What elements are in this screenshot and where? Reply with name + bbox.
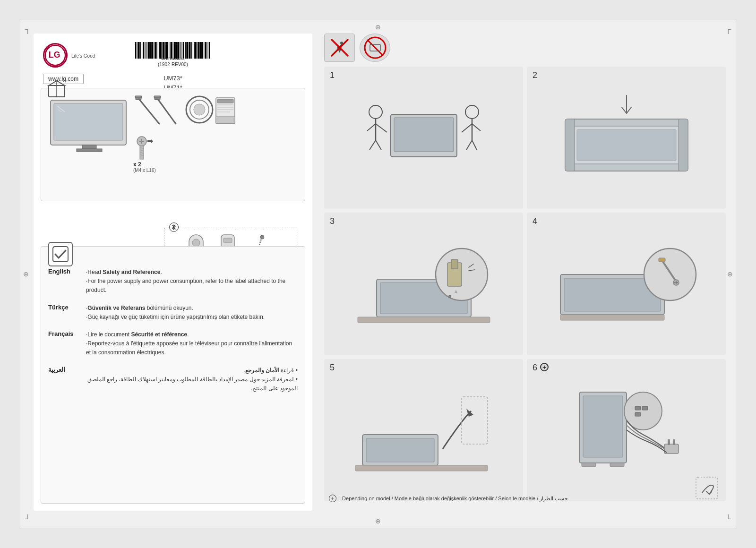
svg-rect-33 xyxy=(176,42,178,59)
step-5-content xyxy=(324,359,523,501)
svg-rect-65 xyxy=(82,145,96,149)
svg-rect-29 xyxy=(171,42,172,59)
svg-rect-47 xyxy=(195,42,197,59)
svg-rect-42 xyxy=(189,42,190,59)
french-text: ·Lire le document Sécurité et référence.… xyxy=(86,330,298,358)
svg-rect-37 xyxy=(182,42,182,59)
svg-rect-18 xyxy=(156,42,157,59)
svg-rect-54 xyxy=(205,42,206,59)
screw-count: x 2 xyxy=(133,161,159,168)
screw-size: (M4 x L16) xyxy=(133,168,159,173)
svg-point-128 xyxy=(369,105,382,119)
english-line1: ·Read Safety and Reference. xyxy=(86,268,298,277)
svg-rect-25 xyxy=(165,42,167,59)
svg-rect-43 xyxy=(190,42,191,59)
svg-line-72 xyxy=(157,98,176,124)
step-5-svg xyxy=(348,383,499,477)
barcode-area: *MFLT13828154* (1902-REV00) xyxy=(135,42,211,67)
svg-rect-169 xyxy=(610,463,624,467)
svg-rect-163 xyxy=(366,438,434,462)
svg-rect-36 xyxy=(180,42,181,59)
svg-line-130 xyxy=(367,124,376,131)
tv-svg xyxy=(48,98,131,154)
svg-rect-27 xyxy=(169,42,169,59)
svg-rect-143 xyxy=(679,119,688,171)
svg-line-132 xyxy=(369,140,376,150)
reg-mark-left: ⊕ xyxy=(23,270,29,278)
reg-mark-bottom: ⊕ xyxy=(375,517,381,525)
svg-rect-52 xyxy=(202,42,203,59)
step-2-number: 2 xyxy=(533,70,537,80)
no-touch-warning xyxy=(324,34,355,62)
svg-rect-158 xyxy=(659,258,665,262)
svg-rect-15 xyxy=(152,42,153,59)
arabic-label: العربية xyxy=(48,366,65,373)
svg-rect-9 xyxy=(145,42,145,59)
svg-rect-30 xyxy=(173,42,173,59)
svg-rect-24 xyxy=(164,42,165,59)
step-1-content xyxy=(324,67,523,209)
step-3-content: A B xyxy=(324,213,523,355)
no-scratch-icon xyxy=(363,36,387,60)
step-3-number: 3 xyxy=(330,216,335,226)
bluetooth-badge xyxy=(169,223,179,232)
svg-text:A: A xyxy=(454,290,457,294)
svg-rect-71 xyxy=(135,96,142,98)
step-3-box: 3 A B xyxy=(324,213,523,355)
svg-rect-5 xyxy=(139,42,140,59)
svg-rect-21 xyxy=(160,42,162,59)
svg-rect-48 xyxy=(197,42,198,59)
svg-rect-105 xyxy=(223,238,232,243)
arabic-block: • قراءة الأمان والمرجع. • لمعرفة المزيد … xyxy=(48,366,298,394)
svg-text:*MFLT13828154*: *MFLT13828154* xyxy=(160,57,186,60)
french-block: Français ·Lire le document Sécurité et r… xyxy=(48,330,298,358)
safety-check-icon xyxy=(51,245,70,264)
box-icon xyxy=(47,79,67,99)
svg-text:LG: LG xyxy=(49,50,60,60)
step-2-svg xyxy=(551,91,702,185)
svg-rect-51 xyxy=(201,42,202,59)
svg-point-77 xyxy=(194,104,205,115)
svg-rect-26 xyxy=(167,42,168,59)
svg-rect-176 xyxy=(673,439,675,445)
svg-line-131 xyxy=(376,124,387,132)
svg-rect-74 xyxy=(154,96,161,98)
svg-rect-3 xyxy=(137,42,137,59)
svg-rect-39 xyxy=(185,42,186,59)
svg-line-137 xyxy=(472,124,481,131)
no-scratch-warning xyxy=(360,34,390,62)
svg-rect-155 xyxy=(560,315,664,320)
safety-icon-container xyxy=(48,242,73,266)
svg-rect-31 xyxy=(174,42,175,59)
svg-rect-164 xyxy=(355,465,488,471)
barcode-svg: *MFLT13828154* xyxy=(135,42,211,61)
reg-mark-br: └ xyxy=(726,514,731,523)
svg-line-139 xyxy=(472,140,477,150)
svg-rect-11 xyxy=(147,42,147,59)
step-6-svg xyxy=(551,383,702,477)
reg-mark-tr: ┌ xyxy=(726,25,731,34)
svg-rect-147 xyxy=(358,317,490,323)
svg-rect-44 xyxy=(191,42,192,59)
tools-svg xyxy=(133,95,237,128)
step-6-plus-badge: + xyxy=(540,363,549,371)
svg-rect-142 xyxy=(565,119,575,171)
svg-rect-8 xyxy=(143,42,144,59)
step-5-number: 5 xyxy=(330,363,335,373)
screw-area: x 2 (M4 x L16) xyxy=(133,136,159,173)
svg-point-156 xyxy=(644,248,696,300)
french-line2: ·Reportez-vous à l'étiquette apposée sur… xyxy=(86,339,298,357)
barcode-text: (1902-REV00) xyxy=(135,62,211,67)
english-line2: ·For the power supply and power consumpt… xyxy=(86,277,298,295)
accessories-top xyxy=(133,95,300,130)
svg-rect-171 xyxy=(635,406,641,410)
svg-rect-56 xyxy=(208,42,208,59)
accessories-box: x 2 (M4 x L16) xyxy=(41,88,305,201)
step-2-box: 2 xyxy=(527,67,726,209)
left-panel: LG Life's Good www.lg.com xyxy=(34,34,312,511)
svg-point-134 xyxy=(465,105,479,119)
svg-rect-79 xyxy=(217,99,233,103)
svg-rect-64 xyxy=(54,103,123,140)
svg-rect-23 xyxy=(163,42,164,59)
instruction-header xyxy=(324,34,726,62)
